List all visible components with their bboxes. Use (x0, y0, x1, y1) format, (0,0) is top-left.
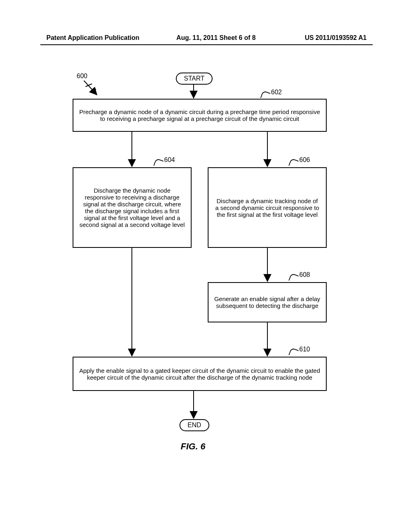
svg-line-0 (84, 81, 97, 95)
svg-line-2 (90, 89, 96, 92)
header-left: Patent Application Publication (46, 34, 140, 42)
flowchart-arrows (40, 64, 373, 468)
flowchart: 600 START Precharge a dynamic node of a … (40, 64, 373, 468)
page-header: Patent Application Publication Aug. 11, … (0, 34, 413, 42)
header-center: Aug. 11, 2011 Sheet 6 of 8 (176, 34, 256, 42)
header-rule (40, 44, 373, 45)
header-right: US 2011/0193592 A1 (305, 34, 367, 42)
